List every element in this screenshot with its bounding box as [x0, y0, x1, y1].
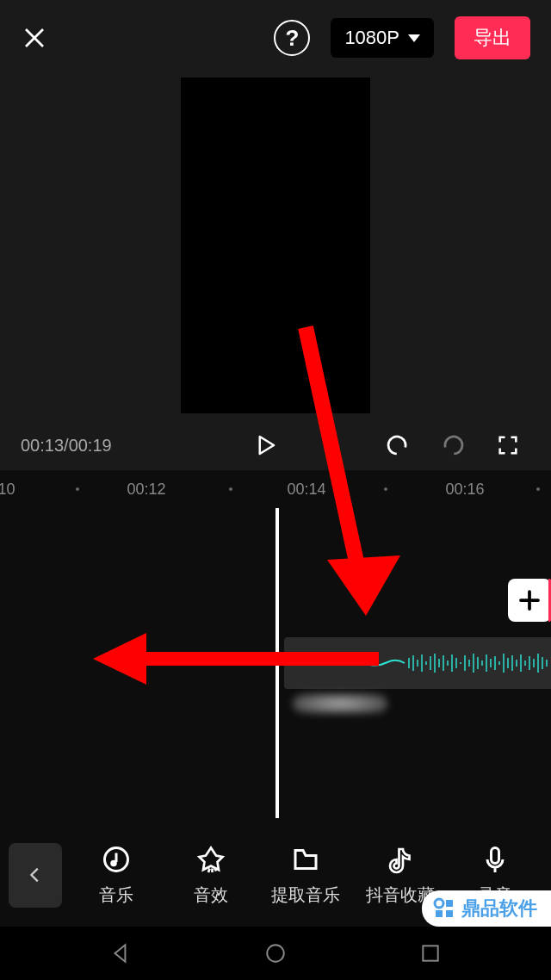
video-canvas [181, 78, 370, 413]
fullscreen-button[interactable] [486, 423, 530, 468]
ruler-dot [229, 487, 232, 491]
nav-recent-icon[interactable] [419, 942, 442, 964]
resolution-dropdown[interactable]: 1080P [331, 18, 434, 58]
svg-rect-4 [492, 847, 499, 863]
waveform-icon [284, 653, 551, 673]
ruler-tick: 00:16 [445, 481, 484, 499]
video-preview[interactable] [0, 76, 551, 420]
add-clip-button[interactable] [508, 579, 551, 622]
ruler-dot [384, 487, 387, 491]
tool-label: 音效 [194, 884, 228, 907]
nav-home-icon[interactable] [264, 942, 287, 964]
timeline[interactable]: 0:1000:1200:1400:16 [0, 470, 551, 823]
audio-clip-label [293, 693, 387, 714]
ruler-tick: 00:12 [127, 481, 165, 499]
play-button[interactable] [243, 423, 288, 468]
watermark-badge: 鼎品软件 [422, 890, 551, 927]
playhead[interactable] [276, 508, 279, 818]
redo-button[interactable] [430, 423, 475, 468]
export-button[interactable]: 导出 [455, 16, 530, 59]
svg-point-3 [110, 859, 117, 866]
svg-point-5 [267, 945, 284, 962]
svg-rect-9 [436, 910, 443, 917]
resolution-label: 1080P [344, 27, 399, 49]
timeline-ruler[interactable]: 0:1000:1200:1400:16 [0, 470, 551, 508]
tool-label: 音乐 [99, 884, 133, 907]
ruler-tick: 00:14 [287, 481, 325, 499]
ruler-dot [536, 487, 540, 491]
svg-rect-10 [446, 910, 453, 917]
tool-label: 提取音乐 [271, 884, 340, 907]
help-icon[interactable]: ? [274, 20, 310, 56]
watermark-logo-icon [432, 896, 456, 921]
svg-point-7 [435, 899, 443, 908]
tool-sfx[interactable]: 音效 [168, 844, 254, 907]
tool-music[interactable]: 音乐 [73, 844, 159, 907]
nav-back-icon[interactable] [109, 942, 132, 964]
svg-rect-6 [423, 946, 437, 960]
undo-button[interactable] [375, 423, 420, 468]
audio-clip[interactable] [284, 637, 551, 689]
system-nav-bar [0, 927, 551, 980]
back-button[interactable] [9, 843, 62, 908]
ruler-dot [76, 487, 79, 491]
close-button[interactable] [21, 24, 48, 52]
svg-rect-8 [446, 900, 453, 907]
chevron-down-icon [408, 34, 420, 42]
tool-extract[interactable]: 提取音乐 [263, 844, 349, 907]
ruler-tick: 0:10 [0, 481, 15, 499]
timecode-display: 00:13/00:19 [21, 436, 112, 456]
